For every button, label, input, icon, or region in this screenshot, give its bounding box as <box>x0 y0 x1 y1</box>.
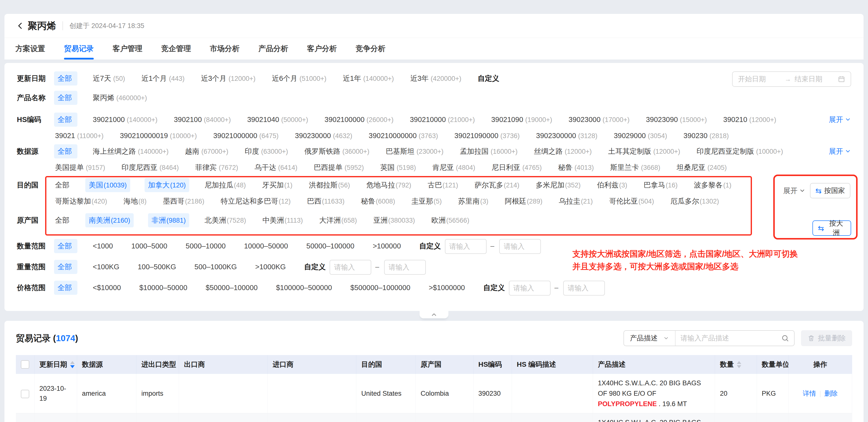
filter-option[interactable]: $500000–1000000 <box>349 281 413 295</box>
expand-toggle[interactable]: 展开 <box>822 112 851 126</box>
filter-option[interactable]: 非洲(9881) <box>148 213 189 227</box>
range-min-input[interactable] <box>445 239 487 254</box>
filter-option[interactable]: 近6个月(51000+) <box>271 71 328 86</box>
switch-by-country-button[interactable]: ⇆按国家 <box>810 183 850 198</box>
tab[interactable]: 方案设置 <box>16 38 45 60</box>
range-min-input[interactable] <box>330 260 371 275</box>
filter-option[interactable]: 牙买加(1) <box>261 178 293 192</box>
detail-link[interactable]: 详情 <box>803 390 816 397</box>
filter-option[interactable]: 5000–10000 <box>185 239 229 253</box>
filter-option[interactable]: 哥伦比亚(504) <box>608 194 655 208</box>
sort-icon[interactable] <box>70 361 75 368</box>
filter-option[interactable]: 尼加拉瓜(48) <box>204 178 247 192</box>
filter-option[interactable]: <100KG <box>92 260 122 274</box>
filter-option[interactable]: 特立尼达和多巴哥(12) <box>220 194 292 208</box>
filter-option[interactable]: 全部 <box>54 213 71 227</box>
filter-option[interactable]: 乌拉圭(21) <box>558 194 594 208</box>
filter-option[interactable]: 美国(10039) <box>85 178 130 192</box>
filter-option[interactable]: 巴西(11633) <box>306 194 345 208</box>
filter-option[interactable]: 巴西提单(5952) <box>313 160 365 174</box>
filter-option[interactable]: 全部 <box>54 281 78 295</box>
filter-option[interactable]: 聚丙烯(460000+) <box>92 91 148 105</box>
tab[interactable]: 竞争分析 <box>355 38 385 60</box>
filter-option[interactable]: 自定义 <box>418 239 444 253</box>
filter-option[interactable]: 39023000(17000+) <box>568 112 631 127</box>
filter-option[interactable]: 阿根廷(289) <box>504 194 544 208</box>
filter-option[interactable]: 500–1000KG <box>193 260 240 274</box>
filter-option[interactable]: 肯尼亚(4804) <box>431 160 476 174</box>
delete-link[interactable]: 删除 <box>824 390 838 397</box>
filter-option[interactable]: 50000–100000 <box>305 239 358 253</box>
filter-option[interactable]: 100–500KG <box>137 260 179 274</box>
tab[interactable]: 客户管理 <box>113 38 142 60</box>
filter-option[interactable]: 390210000(21000+) <box>409 112 476 127</box>
filter-option[interactable]: 北美洲(7528) <box>204 213 247 227</box>
filter-option[interactable]: 390230(2818) <box>682 129 730 143</box>
filter-option[interactable]: 尼日利亚(4765) <box>491 160 542 174</box>
filter-option[interactable]: 全部 <box>54 260 78 274</box>
filter-option[interactable]: 英国(5198) <box>379 160 417 174</box>
filter-option[interactable]: 39021000(140000+) <box>92 112 158 127</box>
range-min-input[interactable] <box>509 281 551 296</box>
filter-option[interactable]: 欧洲(56566) <box>430 213 470 227</box>
filter-option[interactable]: 39021000000(6475) <box>212 129 279 143</box>
filter-option[interactable]: 印度尼西亚(8464) <box>121 160 180 174</box>
filter-option[interactable]: 波多黎各(1) <box>693 178 732 192</box>
filter-option[interactable]: 巴基斯坦(23000+) <box>385 144 444 158</box>
search-field-select[interactable]: 产品描述 <box>624 331 676 346</box>
search-icon[interactable] <box>780 334 794 342</box>
range-max-input[interactable] <box>563 281 605 296</box>
filter-option[interactable]: 39029000(3054) <box>613 129 668 143</box>
filter-option[interactable]: 全部 <box>54 112 78 127</box>
filter-option[interactable]: 墨西哥(2186) <box>162 194 205 208</box>
filter-option[interactable]: 1000–5000 <box>130 239 170 253</box>
filter-option[interactable]: 印度尼西亚定制版(10000+) <box>695 144 784 158</box>
filter-option[interactable]: 390230000(4632) <box>294 129 353 143</box>
filter-option[interactable]: 39021040(50000+) <box>246 112 309 127</box>
filter-option[interactable]: 伯利兹(3) <box>596 178 628 192</box>
filter-option[interactable]: 古巴(121) <box>427 178 459 192</box>
filter-option[interactable]: 39023090(15000+) <box>645 112 708 127</box>
batch-delete-button[interactable]: 批量删除 <box>801 330 852 346</box>
switch-by-continent-button[interactable]: ⇆按大洲 <box>812 220 851 236</box>
filter-option[interactable]: 巴拿马(16) <box>643 178 679 192</box>
filter-option[interactable]: 自定义 <box>303 260 329 274</box>
filter-option[interactable]: 孟加拉国(16000+) <box>459 144 519 158</box>
filter-option[interactable]: >100000 <box>372 239 404 253</box>
tab[interactable]: 市场分析 <box>210 38 240 60</box>
filter-option[interactable]: 厄瓜多尔(1302) <box>669 194 720 208</box>
range-max-input[interactable] <box>384 260 426 275</box>
filter-option[interactable]: 海地(8) <box>123 194 148 208</box>
filter-option[interactable]: 近1年(140000+) <box>342 71 395 86</box>
filter-option[interactable]: 哥斯达黎加(420) <box>54 194 108 208</box>
filter-option[interactable]: 海上丝绸之路(140000+) <box>92 144 169 158</box>
filter-option[interactable]: 全部 <box>54 178 71 192</box>
tab[interactable]: 客户分析 <box>307 38 337 60</box>
filter-option[interactable]: 越南(67000+) <box>184 144 229 158</box>
expand-toggle[interactable]: 展开 <box>822 144 851 158</box>
filter-option[interactable]: 秘鲁(4013) <box>557 160 595 174</box>
filter-option[interactable]: 斯里兰卡(3668) <box>609 160 661 174</box>
expand-toggle[interactable]: 展开 <box>783 184 806 198</box>
col-update-date[interactable]: 更新日期 <box>34 355 77 374</box>
filter-option[interactable]: 丝绸之路(12000+) <box>533 144 593 158</box>
filter-option[interactable]: 近3年(420000+) <box>409 71 462 86</box>
filter-option[interactable]: 坦桑尼亚(2405) <box>676 160 727 174</box>
back-icon[interactable] <box>16 21 25 31</box>
filter-option[interactable]: 39021090(19000+) <box>490 112 553 127</box>
filter-option[interactable]: 加拿大(120) <box>145 178 189 192</box>
filter-option[interactable]: 3902100000(26000+) <box>323 112 395 127</box>
filter-option[interactable]: 全部 <box>54 71 78 86</box>
filter-option[interactable]: 390210000019(10000+) <box>119 129 198 143</box>
filter-option[interactable]: 近3个月(12000+) <box>200 71 256 86</box>
filter-option[interactable]: 39021090000(3736) <box>453 129 521 143</box>
filter-option[interactable]: 全部 <box>54 144 78 158</box>
filter-option[interactable]: $10000–50000 <box>138 281 190 295</box>
filter-option[interactable]: 10000–50000 <box>243 239 291 253</box>
filter-option[interactable]: 洪都拉斯(56) <box>308 178 351 192</box>
filter-option[interactable]: 全部 <box>54 239 78 253</box>
filter-option[interactable]: 南美洲(2160) <box>85 213 134 227</box>
filter-option[interactable]: 土耳其定制版(12000+) <box>607 144 681 158</box>
filter-option[interactable]: 自定义 <box>477 71 502 86</box>
filter-option[interactable]: 全部 <box>54 91 78 105</box>
